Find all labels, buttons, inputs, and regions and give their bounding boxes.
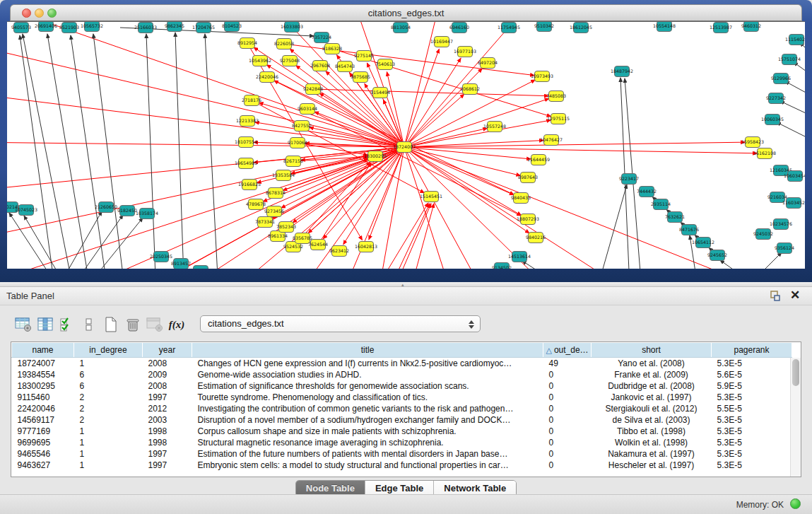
- graph-node[interactable]: 8186328: [322, 44, 342, 54]
- table-cell[interactable]: 5.3E-5: [712, 437, 792, 448]
- table-cell[interactable]: 19384554: [12, 369, 74, 380]
- table-cell[interactable]: 1: [74, 437, 143, 448]
- column-header-title[interactable]: title: [192, 343, 543, 358]
- table-cell[interactable]: 1: [74, 460, 143, 471]
- graph-node[interactable]: 12213383: [236, 116, 259, 127]
- graph-node[interactable]: 13353584: [272, 170, 295, 181]
- table-cell[interactable]: 18300295: [12, 380, 74, 392]
- graph-node[interactable]: 19166825: [238, 180, 261, 190]
- graph-node[interactable]: 7357224: [312, 33, 331, 43]
- graph-node[interactable]: 8104523: [222, 22, 242, 32]
- table-cell[interactable]: 2: [74, 414, 143, 426]
- table-cell[interactable]: Tibbo et al. (1998): [592, 426, 712, 437]
- column-header-in-degree[interactable]: in_degree: [74, 343, 143, 358]
- network-window-titlebar[interactable]: citations_edges.txt: [10, 4, 802, 21]
- table-cell[interactable]: 1: [74, 448, 143, 460]
- table-cell[interactable]: 2012: [143, 403, 192, 414]
- graph-node[interactable]: 9182450: [117, 206, 137, 216]
- table-cell[interactable]: Stergiakouli et al. (2012): [592, 403, 712, 414]
- graph-node[interactable]: 6497204: [478, 58, 498, 69]
- graph-node[interactable]: 9154494: [370, 88, 390, 98]
- table-cell[interactable]: 2009: [143, 369, 192, 380]
- graph-node[interactable]: 8987643: [518, 173, 538, 183]
- graph-node[interactable]: 11644459: [527, 155, 550, 165]
- table-cell[interactable]: de Silva et al. (2003): [592, 414, 712, 426]
- graph-node[interactable]: 11154023: [785, 35, 805, 45]
- graph-node[interactable]: 9223417: [619, 174, 639, 185]
- table-cell[interactable]: Investigating the contribution of common…: [192, 403, 543, 414]
- table-cell[interactable]: Disruption of a novel member of a sodium…: [192, 414, 543, 426]
- graph-node[interactable]: 16977103: [454, 47, 476, 57]
- graph-node[interactable]: 9245652: [707, 250, 727, 261]
- table-cell[interactable]: 9699695: [12, 437, 74, 448]
- table-mode-button[interactable]: [13, 314, 34, 335]
- table-cell[interactable]: 1: [74, 358, 143, 369]
- graph-node[interactable]: 8913457: [171, 259, 191, 269]
- graph-node[interactable]: 9275145: [354, 51, 374, 62]
- table-cell[interactable]: 1998: [143, 426, 192, 437]
- table-row[interactable]: 1830029562008Estimation of significance …: [12, 380, 792, 392]
- table-cell[interactable]: 0: [543, 426, 592, 437]
- graph-node[interactable]: 7540613: [375, 59, 395, 70]
- table-cell[interactable]: 5.9E-5: [712, 380, 792, 392]
- delete-table-button[interactable]: [144, 314, 165, 335]
- graph-node[interactable]: 18487942: [611, 66, 633, 77]
- graph-node[interactable]: 10358174: [136, 209, 158, 219]
- graph-node[interactable]: 9750136: [191, 266, 211, 269]
- graph-node[interactable]: 8471676: [679, 225, 699, 235]
- drag-handle-icon[interactable]: ▴: [401, 283, 410, 286]
- graph-node[interactable]: 9273456: [264, 206, 284, 217]
- table-cell[interactable]: 9777169: [12, 426, 74, 437]
- table-cell[interactable]: 22420046: [12, 403, 74, 414]
- table-cell[interactable]: Nakamura et al. (1997): [592, 448, 712, 460]
- graph-node[interactable]: 9623412: [329, 246, 349, 257]
- graph-node[interactable]: 10476427: [540, 135, 563, 146]
- table-cell[interactable]: 0: [543, 380, 592, 392]
- table-cell[interactable]: 5.6E-5: [712, 369, 792, 380]
- graph-node[interactable]: 9840216: [526, 233, 546, 243]
- network-graph[interactable]: 9405573206914068521903105657322516603398…: [7, 22, 805, 269]
- graph-node[interactable]: 7873341: [255, 217, 275, 228]
- table-cell[interactable]: 1997: [143, 392, 192, 403]
- table-cell[interactable]: 1997: [143, 448, 192, 460]
- graph-node[interactable]: 8454743: [335, 62, 355, 72]
- graph-node[interactable]: 9510342: [534, 22, 554, 32]
- table-cell[interactable]: Yano et al. (2008): [592, 358, 712, 369]
- graph-node[interactable]: 9245032: [753, 229, 773, 240]
- table-cell[interactable]: 1: [74, 426, 143, 437]
- graph-node[interactable]: 8267150: [283, 156, 303, 167]
- table-cell[interactable]: 9465546: [12, 448, 74, 460]
- graph-node[interactable]: 25166033: [134, 23, 157, 33]
- table-cell[interactable]: 49: [543, 358, 592, 369]
- column-header-year[interactable]: year: [143, 343, 192, 358]
- graph-node[interactable]: 9405573: [11, 23, 31, 33]
- table-cell[interactable]: 5.3E-5: [712, 460, 792, 471]
- table-row[interactable]: 1872400712008Changes of HCN gene express…: [12, 358, 792, 369]
- graph-node[interactable]: 8813054: [391, 23, 411, 33]
- select-all-button[interactable]: [57, 314, 78, 335]
- graph-node[interactable]: 9134502: [492, 263, 512, 269]
- table-cell[interactable]: 6: [74, 380, 143, 392]
- graph-node[interactable]: 8521903: [59, 23, 79, 33]
- column-header-short[interactable]: short: [592, 343, 712, 358]
- table-cell[interactable]: 2003: [143, 414, 192, 426]
- graph-node[interactable]: 9356124: [775, 243, 794, 254]
- graph-node[interactable]: 20250345: [150, 252, 172, 262]
- graph-node[interactable]: 8678314: [266, 188, 286, 199]
- table-row[interactable]: 946362711997Embryonic stem cells: a mode…: [12, 460, 792, 471]
- float-panel-icon[interactable]: [768, 290, 781, 303]
- table-cell[interactable]: Structural magnetic resonance image aver…: [192, 437, 543, 448]
- graph-node[interactable]: 10060345: [761, 115, 784, 125]
- graph-node[interactable]: 9275048: [280, 56, 300, 66]
- column-header-out-de-[interactable]: △out_de…: [543, 343, 592, 358]
- graph-node[interactable]: 7624544: [308, 240, 328, 250]
- close-panel-icon[interactable]: ✕: [788, 288, 802, 303]
- graph-node[interactable]: 16162108: [753, 148, 776, 159]
- graph-node[interactable]: 20691406: [35, 22, 57, 32]
- graph-node[interactable]: 9460312: [741, 22, 761, 32]
- graph-node[interactable]: 6946160: [449, 23, 469, 33]
- graph-node[interactable]: 10557248: [483, 122, 506, 132]
- graph-node[interactable]: 7852343: [276, 222, 296, 233]
- table-cell[interactable]: 1998: [143, 437, 192, 448]
- table-cell[interactable]: 6: [74, 369, 143, 380]
